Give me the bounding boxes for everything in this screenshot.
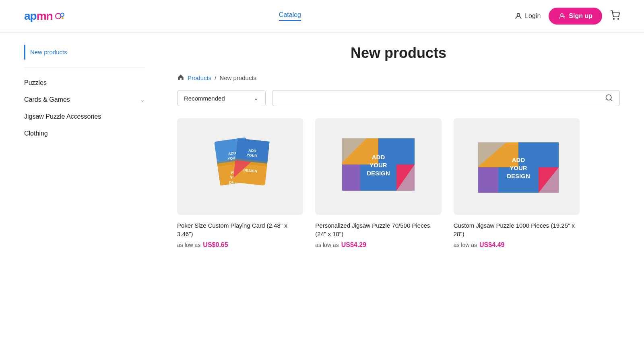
svg-text:YOUR: YOUR: [510, 165, 528, 171]
cards-product-svg: ADD YOUR ADD YOUR DESIGN ADD YOU: [192, 126, 289, 207]
svg-line-10: [611, 99, 612, 101]
svg-point-4: [561, 14, 563, 16]
product-card-1[interactable]: ADD YOUR ADD YOUR DESIGN ADD YOU: [177, 118, 303, 249]
svg-rect-29: [342, 165, 360, 191]
svg-point-0: [56, 13, 61, 19]
breadcrumb-separator: /: [215, 74, 216, 81]
main-nav: Catalog: [279, 11, 301, 21]
catalog-nav-link[interactable]: Catalog: [279, 11, 301, 21]
svg-text:ADD: ADD: [512, 156, 525, 163]
user-icon: [514, 12, 522, 20]
sidebar-item-puzzles[interactable]: Puzzles: [24, 74, 145, 91]
svg-rect-28: [378, 138, 415, 165]
header-actions: Login Sign up: [514, 8, 620, 25]
sort-label: Recommended: [184, 95, 225, 102]
logo-icon: [54, 10, 66, 22]
sidebar-item-clothing[interactable]: Clothing: [24, 125, 145, 142]
page-layout: New products Puzzles Cards & Games ⌄ Jig…: [0, 33, 644, 261]
svg-point-3: [517, 13, 520, 16]
sidebar-item-label: Puzzles: [24, 79, 47, 86]
svg-point-2: [62, 17, 64, 19]
home-icon: [177, 74, 184, 82]
sidebar-divider: [24, 68, 145, 68]
product-price-row-1: as low as US$0.65: [177, 241, 303, 249]
sidebar-item-label: Clothing: [24, 130, 48, 137]
product-price-row-3: as low as US$4.49: [454, 241, 580, 249]
product-name-2: Personalized Jigsaw Puzzle 70/500 Pieces…: [315, 221, 441, 238]
svg-text:DESIGN: DESIGN: [507, 173, 530, 179]
svg-text:ADD: ADD: [248, 148, 257, 153]
page-title: New products: [177, 45, 620, 62]
product-price-label-2: as low as: [315, 242, 339, 248]
product-name-3: Custom Jigsaw Puzzle 1000 Pieces (19.25"…: [454, 221, 580, 238]
product-price-row-2: as low as US$4.29: [315, 241, 441, 249]
signup-label: Sign up: [569, 12, 592, 20]
sidebar-item-label: Jigsaw Puzzle Accessories: [24, 113, 101, 120]
product-image-1: ADD YOUR ADD YOUR DESIGN ADD YOU: [177, 118, 303, 215]
home-svg: [177, 74, 184, 81]
product-price-3: US$4.49: [479, 241, 504, 249]
svg-rect-40: [478, 167, 498, 193]
sort-arrow-icon: ⌄: [254, 95, 259, 102]
sidebar-item-cards-games[interactable]: Cards & Games ⌄: [24, 91, 145, 108]
product-price-label-3: as low as: [454, 242, 477, 248]
puzzle2-product-svg: ADD YOUR DESIGN: [466, 126, 567, 207]
search-icon: [605, 94, 613, 102]
signup-button[interactable]: Sign up: [549, 8, 602, 25]
search-bar: [272, 90, 620, 106]
breadcrumb-current: New products: [219, 74, 256, 81]
breadcrumb: Products / New products: [177, 74, 620, 82]
product-card-2[interactable]: ADD YOUR DESIGN Personalized Jigsaw Puzz…: [315, 118, 441, 249]
svg-point-1: [60, 13, 64, 16]
product-price-2: US$4.29: [341, 241, 366, 249]
svg-point-7: [613, 19, 614, 19]
login-label: Login: [525, 12, 541, 20]
cart-icon: [610, 10, 620, 20]
product-price-label-1: as low as: [177, 242, 200, 248]
logo: apmn: [24, 10, 66, 23]
product-price-1: US$0.65: [203, 241, 228, 249]
svg-point-9: [606, 95, 611, 100]
svg-text:ADD: ADD: [372, 154, 385, 160]
product-card-3[interactable]: ADD YOUR DESIGN Custom Jigsaw Puzzle 100…: [454, 118, 580, 249]
sidebar-item-jigsaw-accessories[interactable]: Jigsaw Puzzle Accessories: [24, 108, 145, 125]
svg-text:DESIGN: DESIGN: [367, 170, 390, 177]
product-image-2: ADD YOUR DESIGN: [315, 118, 441, 215]
signup-icon: [558, 12, 566, 20]
login-button[interactable]: Login: [514, 12, 541, 20]
breadcrumb-products-link[interactable]: Products: [188, 74, 211, 81]
svg-rect-39: [518, 142, 559, 167]
cart-button[interactable]: [610, 10, 620, 21]
search-button[interactable]: [605, 94, 613, 103]
main-content: New products Products / New products Rec…: [161, 33, 620, 261]
search-input[interactable]: [279, 91, 605, 106]
header: apmn Catalog Login Sign up: [0, 0, 644, 32]
products-grid: ADD YOUR ADD YOUR DESIGN ADD YOU: [177, 118, 580, 249]
svg-point-8: [618, 19, 619, 19]
product-name-1: Poker Size Custom Playing Card (2.48" x …: [177, 221, 303, 238]
sort-select[interactable]: Recommended ⌄: [177, 90, 266, 106]
sidebar-new-products-link[interactable]: New products: [24, 45, 145, 60]
svg-text:YOUR: YOUR: [369, 162, 387, 169]
chevron-down-icon: ⌄: [140, 97, 145, 103]
puzzle1-product-svg: ADD YOUR DESIGN: [328, 126, 429, 207]
sidebar-item-label: Cards & Games: [24, 96, 70, 103]
product-image-3: ADD YOUR DESIGN: [454, 118, 580, 215]
filter-bar: Recommended ⌄: [177, 90, 620, 106]
logo-text: apmn: [24, 10, 53, 23]
sidebar: New products Puzzles Cards & Games ⌄ Jig…: [24, 33, 161, 261]
